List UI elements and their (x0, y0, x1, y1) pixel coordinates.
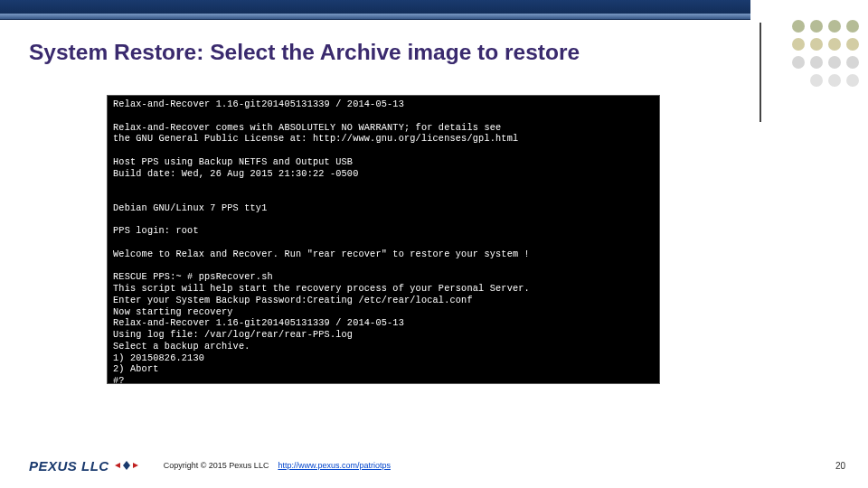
terminal-line (113, 180, 654, 192)
svg-marker-0 (123, 461, 130, 470)
terminal-line: RESCUE PPS:~ # ppsRecover.sh (113, 272, 654, 284)
terminal-line: Now starting recovery (113, 307, 654, 319)
terminal-screenshot: Relax-and-Recover 1.16-git201405131339 /… (107, 95, 660, 384)
terminal-line: the GNU General Public License at: http:… (113, 134, 654, 145)
svg-marker-1 (115, 463, 120, 468)
terminal-line: This script will help start the recovery… (113, 284, 654, 296)
company-name: PEXUS LLC (29, 458, 109, 474)
terminal-line: Using log file: /var/log/rear/rear-PPS.l… (113, 330, 654, 342)
terminal-line: Select a backup archive. (113, 342, 654, 353)
footer-link[interactable]: http://www.pexus.com/patriotps (278, 461, 391, 470)
terminal-line (113, 261, 654, 273)
terminal-line: Build date: Wed, 26 Aug 2015 21:30:22 -0… (113, 169, 654, 181)
terminal-line (113, 111, 654, 123)
terminal-line (113, 145, 654, 157)
terminal-line (113, 215, 654, 227)
terminal-line: 1) 20150826.2130 (113, 353, 654, 365)
terminal-line: 2) Abort (113, 364, 654, 376)
footer: PEXUS LLC Copyright © 2015 Pexus LLC htt… (29, 454, 845, 477)
company-logo: PEXUS LLC (29, 458, 138, 474)
terminal-line: Enter your System Backup Password:Creati… (113, 296, 654, 307)
terminal-line: Debian GNU/Linux 7 PPS tty1 (113, 203, 654, 215)
page-number: 20 (835, 461, 845, 471)
terminal-line: Relax-and-Recover 1.16-git201405131339 /… (113, 99, 654, 111)
page-title: System Restore: Select the Archive image… (29, 40, 580, 65)
logo-diamond-icon (115, 459, 138, 472)
terminal-line (113, 238, 654, 249)
terminal-line: #? _ (113, 376, 654, 384)
terminal-line: Host PPS using Backup NETFS and Output U… (113, 157, 654, 169)
terminal-line (113, 192, 654, 203)
terminal-line: PPS login: root (113, 226, 654, 238)
svg-marker-2 (133, 463, 138, 468)
terminal-line: Relax-and-Recover 1.16-git201405131339 /… (113, 318, 654, 330)
copyright-text: Copyright © 2015 Pexus LLC (164, 461, 269, 470)
vertical-divider (760, 23, 761, 122)
terminal-line: Welcome to Relax and Recover. Run "rear … (113, 249, 654, 261)
terminal-line: Relax-and-Recover comes with ABSOLUTELY … (113, 123, 654, 135)
header-accent (0, 14, 750, 19)
decorative-dots (769, 20, 859, 92)
